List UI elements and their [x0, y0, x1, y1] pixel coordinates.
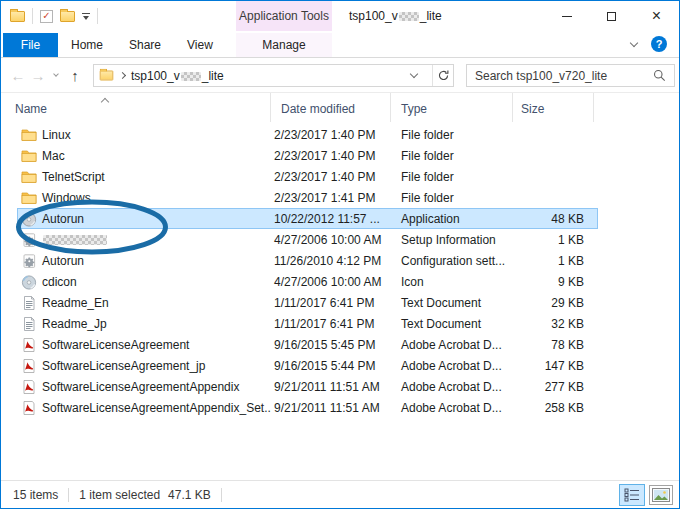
file-date-modified: 9/21/2011 11:51 AM: [271, 401, 391, 415]
file-row[interactable]: cdicon4/27/2006 10:00 AMIcon9 KB: [17, 271, 598, 292]
address-dropdown-chevron-icon[interactable]: [404, 65, 424, 86]
file-row[interactable]: Autorun10/22/2012 11:57 ...Application48…: [17, 208, 598, 229]
breadcrumb-path[interactable]: tsp100_v_lite: [131, 69, 224, 83]
file-name: SoftwareLicenseAgreement: [42, 338, 189, 352]
application-tools-tab[interactable]: Application Tools: [236, 1, 332, 31]
file-row[interactable]: SoftwareLicenseAgreementAppendix_Set...9…: [17, 397, 598, 418]
maximize-icon: [607, 12, 616, 21]
tab-share[interactable]: Share: [116, 33, 174, 57]
file-name-cell: SoftwareLicenseAgreement: [17, 337, 271, 353]
ribbon-right-controls: ?: [631, 36, 667, 52]
file-name-cell: Readme_En: [17, 295, 271, 311]
file-size: 1 KB: [513, 254, 594, 268]
details-view-button[interactable]: [619, 484, 645, 506]
recent-locations-chevron-icon[interactable]: [49, 58, 63, 93]
file-explorer-window: ✓ Application Tools tsp100_v_lite × File…: [0, 0, 680, 509]
divider: [97, 8, 98, 24]
setup-information-icon: [21, 232, 37, 248]
configuration-settings-icon: [21, 253, 37, 269]
file-name-cell: SoftwareLicenseAgreementAppendix_Set...: [17, 400, 271, 416]
large-icons-view-button[interactable]: [649, 485, 673, 505]
back-button[interactable]: ←: [9, 58, 27, 93]
file-name: cdicon: [42, 275, 77, 289]
folder-icon: [21, 169, 37, 185]
file-row[interactable]: 4/27/2006 10:00 AMSetup Information1 KB: [17, 229, 598, 250]
file-row[interactable]: SoftwareLicenseAgreementAppendix9/21/201…: [17, 376, 598, 397]
file-date-modified: 2/23/2017 1:40 PM: [271, 149, 391, 163]
file-row[interactable]: TelnetScript2/23/2017 1:40 PMFile folder: [17, 166, 598, 187]
tab-manage[interactable]: Manage: [236, 33, 332, 57]
file-name-cell: cdicon: [17, 274, 271, 290]
pdf-icon: [21, 337, 37, 353]
forward-button[interactable]: →: [29, 58, 47, 93]
tab-view[interactable]: View: [174, 33, 226, 57]
file-type: Adobe Acrobat D...: [391, 338, 513, 352]
column-header-name[interactable]: Name: [1, 93, 271, 122]
application-cd-icon: [21, 211, 37, 227]
file-type: Adobe Acrobat D...: [391, 401, 513, 415]
quick-access-toolbar: ✓: [1, 8, 98, 24]
divider: [221, 488, 222, 502]
censored-file-name: [43, 235, 107, 245]
pdf-icon: [21, 400, 37, 416]
expand-ribbon-chevron-icon[interactable]: [630, 38, 638, 46]
file-row[interactable]: Autorun11/26/2010 4:12 PMConfiguration s…: [17, 250, 598, 271]
column-header-size[interactable]: Size: [513, 93, 594, 122]
column-header-type[interactable]: Type: [391, 93, 513, 122]
large-icons-view-icon: [652, 488, 670, 502]
tab-home[interactable]: Home: [58, 33, 116, 57]
window-controls: ×: [544, 1, 679, 31]
file-row[interactable]: Readme_En1/11/2017 6:41 PMText Document2…: [17, 292, 598, 313]
text-document-icon: [21, 316, 37, 332]
text-document-icon: [21, 295, 37, 311]
new-folder-icon[interactable]: [60, 11, 75, 22]
file-date-modified: 4/27/2006 10:00 AM: [271, 233, 391, 247]
status-selection-size: 47.1 KB: [168, 488, 211, 502]
file-date-modified: 4/27/2006 10:00 AM: [271, 275, 391, 289]
file-name: SoftwareLicenseAgreementAppendix: [42, 380, 239, 394]
file-name: SoftwareLicenseAgreement_jp: [42, 359, 205, 373]
file-type: File folder: [391, 191, 513, 205]
pdf-icon: [21, 358, 37, 374]
file-name-cell: Autorun: [17, 211, 271, 227]
file-name-cell: Linux: [17, 127, 271, 143]
file-date-modified: 10/22/2012 11:57 ...: [271, 212, 391, 226]
file-size: 29 KB: [513, 296, 594, 310]
search-box[interactable]: Search tsp100_v720_lite: [466, 64, 675, 87]
column-header-date-modified[interactable]: Date modified: [271, 93, 391, 122]
address-folder-icon: [100, 71, 114, 81]
search-icon[interactable]: [653, 69, 666, 82]
file-name-cell: SoftwareLicenseAgreementAppendix: [17, 379, 271, 395]
file-row[interactable]: SoftwareLicenseAgreement9/16/2015 5:45 P…: [17, 334, 598, 355]
close-icon: ×: [652, 8, 661, 24]
help-icon[interactable]: ?: [651, 36, 667, 52]
tab-file[interactable]: File: [3, 33, 58, 57]
file-name: TelnetScript: [42, 170, 105, 184]
file-row[interactable]: Windows2/23/2017 1:41 PMFile folder: [17, 187, 598, 208]
maximize-button[interactable]: [589, 1, 634, 31]
window-title: tsp100_v_lite: [349, 1, 442, 31]
file-type: File folder: [391, 149, 513, 163]
minimize-button[interactable]: [544, 1, 589, 31]
up-button[interactable]: ↑: [65, 58, 85, 93]
customize-quick-access-icon[interactable]: [82, 13, 90, 20]
refresh-button[interactable]: [433, 65, 453, 86]
status-items-count: 15 items: [13, 488, 58, 502]
file-row[interactable]: SoftwareLicenseAgreement_jp9/16/2015 5:4…: [17, 355, 598, 376]
file-row[interactable]: Linux2/23/2017 1:40 PMFile folder: [17, 124, 598, 145]
file-size: 9 KB: [513, 275, 594, 289]
file-size: 48 KB: [513, 212, 594, 226]
properties-check-icon[interactable]: ✓: [40, 10, 53, 23]
folder-icon: [21, 148, 37, 164]
file-type: Setup Information: [391, 233, 513, 247]
close-button[interactable]: ×: [634, 1, 679, 31]
file-date-modified: 2/23/2017 1:40 PM: [271, 170, 391, 184]
file-row[interactable]: Readme_Jp1/11/2017 6:41 PMText Document3…: [17, 313, 598, 334]
breadcrumb-chevron-icon[interactable]: [119, 72, 126, 79]
file-size: 258 KB: [513, 401, 594, 415]
address-bar[interactable]: tsp100_v_lite: [93, 64, 454, 87]
search-input[interactable]: Search tsp100_v720_lite: [475, 69, 653, 83]
status-selection: 1 item selected: [79, 488, 160, 502]
file-row[interactable]: Mac2/23/2017 1:40 PMFile folder: [17, 145, 598, 166]
file-size: 277 KB: [513, 380, 594, 394]
